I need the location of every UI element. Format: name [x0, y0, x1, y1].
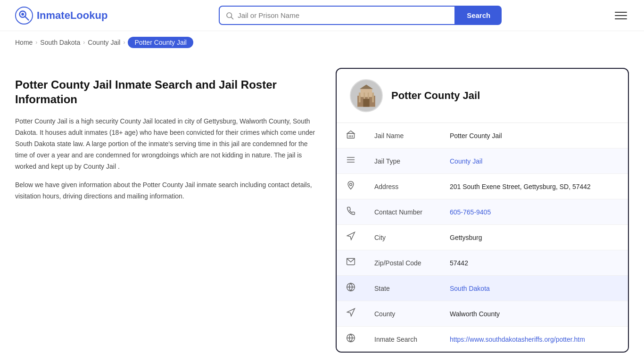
info-table: Jail Name Potter County Jail Jail Type C… — [337, 123, 628, 352]
jail-building-image — [351, 79, 382, 112]
value-link[interactable]: County Jail — [450, 157, 482, 165]
svg-rect-8 — [361, 89, 372, 97]
table-row: Zip/Postal Code 57442 — [337, 250, 628, 276]
phone-link[interactable]: 605-765-9405 — [450, 208, 491, 216]
svg-marker-16 — [347, 131, 355, 134]
row-value: https://www.southdakotasheriffs.org/pott… — [440, 327, 628, 352]
logo-text-end: Lookup — [70, 9, 107, 21]
table-row: Inmate Search https://www.southdakotashe… — [337, 327, 628, 352]
table-row: Address 201 South Exene Street, Gettysbu… — [337, 174, 628, 199]
value-link[interactable]: South Dakota — [450, 285, 490, 292]
main-content: Potter County Jail Inmate Search and Jai… — [0, 54, 644, 362]
breadcrumb-sep-2: › — [83, 39, 85, 46]
svg-line-5 — [231, 17, 233, 19]
svg-rect-14 — [368, 92, 369, 99]
search-wrapper — [219, 6, 455, 25]
table-row: County Walworth County — [337, 301, 628, 327]
logo-text: InmateLookup — [37, 9, 107, 22]
header: InmateLookup Search — [0, 0, 644, 31]
row-value: South Dakota — [440, 276, 628, 301]
row-icon — [337, 276, 365, 301]
breadcrumb-state[interactable]: South Dakota — [40, 39, 80, 46]
row-icon — [337, 199, 365, 225]
row-value: Gettysburg — [440, 225, 628, 250]
row-label: Address — [365, 174, 440, 199]
breadcrumb-current: Potter County Jail — [128, 37, 193, 48]
breadcrumb: Home › South Dakota › County Jail › Pott… — [0, 31, 644, 54]
row-value: Potter County Jail — [440, 123, 628, 148]
row-icon — [337, 148, 365, 174]
svg-point-23 — [350, 183, 352, 186]
card-header: Potter County Jail — [337, 69, 628, 123]
svg-rect-11 — [359, 92, 361, 102]
value-link[interactable]: https://www.southdakotasheriffs.org/pott… — [450, 336, 585, 343]
row-value: County Jail — [440, 148, 628, 174]
svg-point-3 — [21, 13, 24, 16]
svg-rect-12 — [372, 92, 374, 102]
menu-button[interactable] — [613, 10, 629, 21]
table-row: State South Dakota — [337, 276, 628, 301]
value-text: 57442 — [450, 259, 468, 267]
search-button[interactable]: Search — [455, 6, 502, 25]
row-icon — [337, 327, 365, 352]
jail-avatar — [350, 79, 383, 112]
page-desc-1: Potter County Jail is a high security Co… — [15, 116, 317, 172]
svg-point-0 — [16, 7, 33, 24]
row-label: Contact Number — [365, 199, 440, 225]
page-title: Potter County Jail Inmate Search and Jai… — [15, 77, 317, 107]
logo-link[interactable]: InmateLookup — [15, 7, 107, 25]
row-icon — [337, 301, 365, 327]
breadcrumb-home[interactable]: Home — [15, 39, 33, 46]
row-icon — [337, 225, 365, 250]
hamburger-line-1 — [615, 12, 627, 13]
table-row: Jail Type County Jail — [337, 148, 628, 174]
left-section: Potter County Jail Inmate Search and Jai… — [15, 68, 317, 210]
card-title: Potter County Jail — [391, 90, 480, 102]
row-label: County — [365, 301, 440, 327]
row-value: 201 South Exene Street, Gettysburg, SD, … — [440, 174, 628, 199]
row-icon — [337, 123, 365, 148]
svg-rect-13 — [363, 92, 365, 99]
row-icon — [337, 250, 365, 276]
row-label: State — [365, 276, 440, 301]
value-text: Gettysburg — [450, 234, 482, 241]
hamburger-line-2 — [615, 15, 627, 16]
row-label: Inmate Search — [365, 327, 440, 352]
table-row: City Gettysburg — [337, 225, 628, 250]
svg-rect-10 — [363, 99, 369, 107]
breadcrumb-type[interactable]: County Jail — [88, 39, 120, 46]
table-row: Contact Number 605-765-9405 — [337, 199, 628, 225]
row-label: Zip/Postal Code — [365, 250, 440, 276]
row-label: City — [365, 225, 440, 250]
row-value: Walworth County — [440, 301, 628, 327]
info-card: Potter County Jail Jail Name Potter Coun… — [336, 68, 629, 353]
breadcrumb-sep-1: › — [35, 39, 37, 46]
value-text: Walworth County — [450, 310, 500, 318]
row-label: Jail Type — [365, 148, 440, 174]
search-icon — [225, 11, 234, 20]
logo-text-start: Inmate — [37, 9, 70, 21]
table-row: Jail Name Potter County Jail — [337, 123, 628, 148]
search-area: Search — [219, 6, 502, 25]
page-desc-2: Below we have given information about th… — [15, 180, 317, 202]
value-text: Potter County Jail — [450, 132, 502, 140]
logo-icon — [15, 7, 33, 25]
row-label: Jail Name — [365, 123, 440, 148]
breadcrumb-sep-3: › — [123, 39, 125, 46]
row-icon — [337, 174, 365, 199]
hamburger-line-3 — [615, 18, 627, 19]
search-input[interactable] — [238, 7, 449, 24]
row-value: 605-765-9405 — [440, 199, 628, 225]
value-text: 201 South Exene Street, Gettysburg, SD, … — [450, 183, 591, 190]
row-value: 57442 — [440, 250, 628, 276]
